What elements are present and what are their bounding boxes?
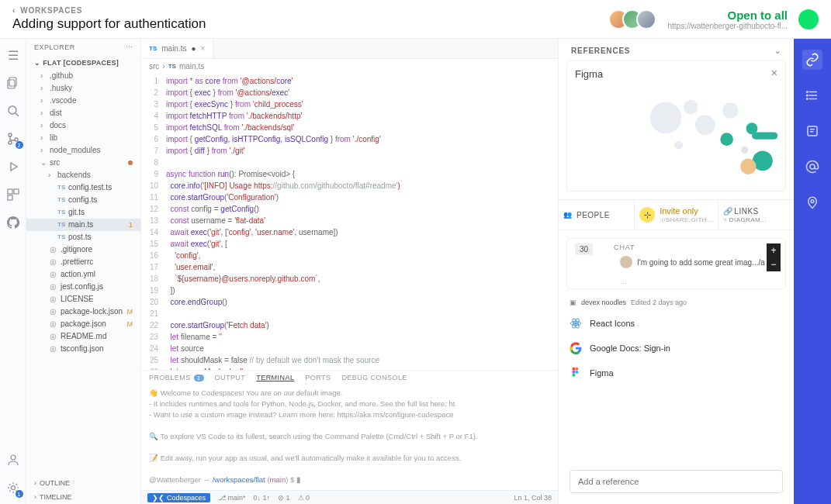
source-control-icon[interactable]: 2 <box>5 130 22 147</box>
file-item[interactable]: ◎.prettierrc <box>26 256 140 268</box>
presence-indicator[interactable] <box>798 9 819 29</box>
outline-section[interactable]: ›OUTLINE <box>26 476 140 490</box>
people-cell[interactable]: 👥 PEOPLE <box>559 200 635 230</box>
file-item[interactable]: TSmain.ts1 <box>26 219 140 231</box>
file-item[interactable]: ◎README.md <box>26 330 140 343</box>
sync-indicator[interactable]: 0↓ 1↑ <box>254 494 271 502</box>
file-item[interactable]: TSgit.ts <box>26 206 140 219</box>
branch-indicator[interactable]: ⎇ main* <box>218 494 246 502</box>
svg-point-23 <box>674 140 683 149</box>
add-reference-input[interactable] <box>570 470 783 493</box>
zoom-in-button[interactable]: + <box>767 243 781 257</box>
svg-point-30 <box>572 371 575 374</box>
status-bar: ❯❮ Codespaces ⎇ main* 0↓ 1↑ ⊘ 1 ⚠ 0 Ln 1… <box>141 490 558 504</box>
folder-item[interactable]: ›backends <box>26 169 140 181</box>
file-item[interactable]: ◎LICENSE <box>26 293 140 306</box>
svg-point-42 <box>810 164 815 169</box>
terminal-tabs: PROBLEMS1 OUTPUT TERMINAL PORTS DEBUG CO… <box>141 370 558 385</box>
file-item[interactable]: ◎package.jsonM <box>26 318 140 330</box>
figma-preview-card[interactable]: Figma × <box>566 60 786 192</box>
list-rail-icon[interactable] <box>802 85 822 105</box>
folder-item[interactable]: ›dist <box>26 107 140 119</box>
chat-more: … <box>620 278 627 285</box>
explorer-title: EXPLORER⋯ <box>26 39 140 56</box>
file-item[interactable]: ◎package-lock.jsonM <box>26 306 140 318</box>
tab-terminal[interactable]: TERMINAL <box>256 374 294 381</box>
search-icon[interactable] <box>5 102 22 119</box>
errors-indicator[interactable]: ⊘ 1 <box>278 494 290 502</box>
avatar[interactable] <box>636 9 656 29</box>
cursor-position[interactable]: Ln 1, Col 38 <box>514 494 552 502</box>
folder-item[interactable]: ›lib <box>26 132 140 144</box>
code-area[interactable]: 1import * as core from '@actions/core'2i… <box>141 74 558 370</box>
svg-point-5 <box>9 141 12 144</box>
close-icon[interactable]: × <box>201 44 206 53</box>
codespaces-indicator[interactable]: ❯❮ Codespaces <box>147 493 210 502</box>
folder-item[interactable]: ›.vscode <box>26 95 140 107</box>
menu-icon[interactable]: ☰ <box>5 47 22 64</box>
link-rail-icon[interactable] <box>802 50 822 70</box>
avatar-stack[interactable] <box>615 9 656 29</box>
folder-item[interactable]: ›docs <box>26 119 140 132</box>
location-rail-icon[interactable] <box>802 192 822 212</box>
svg-point-15 <box>695 115 715 135</box>
svg-point-4 <box>9 133 12 136</box>
explorer-icon[interactable] <box>5 74 22 91</box>
folder-item[interactable]: ›.husky <box>26 82 140 95</box>
more-icon[interactable]: ⋯ <box>126 43 133 51</box>
zoom-out-button[interactable]: − <box>767 257 781 271</box>
figma-label: Figma <box>575 68 777 80</box>
svg-rect-9 <box>14 189 19 194</box>
tab-ports[interactable]: PORTS <box>305 374 331 381</box>
file-item[interactable]: TSconfig.test.ts <box>26 181 140 194</box>
reference-list: React IconsGoogle Docs: Sign-inFigma <box>559 308 794 462</box>
tab-output[interactable]: OUTPUT <box>215 374 246 381</box>
tab-problems[interactable]: PROBLEMS1 <box>149 374 204 381</box>
warnings-indicator[interactable]: ⚠ 0 <box>298 494 310 502</box>
svg-point-2 <box>9 106 16 114</box>
terminal-body[interactable]: 👋 Welcome to Codespaces! You are on our … <box>141 385 558 490</box>
chat-card[interactable]: 30 CHAT I'm going to add some great imag… <box>566 238 786 289</box>
access-label[interactable]: Open to all <box>667 9 788 22</box>
chevron-left-icon: ‹ <box>12 6 16 15</box>
file-item[interactable]: ◎tsconfig.json <box>26 343 140 355</box>
github-icon[interactable] <box>5 214 22 231</box>
editor-breadcrumb[interactable]: src› TS main.ts <box>141 59 558 74</box>
references-header[interactable]: REFERENCES ⌄ <box>559 39 794 60</box>
folder-item[interactable]: ⌄src <box>26 157 140 169</box>
file-item[interactable]: TSconfig.ts <box>26 194 140 206</box>
figma-icon: ▣ <box>570 299 577 306</box>
links-cell[interactable]: 🔗LINKS ⑂ DIAGRAM... <box>718 200 794 230</box>
settings-icon[interactable]: 1 <box>5 479 22 496</box>
file-item[interactable]: ◎action.yml <box>26 268 140 281</box>
close-icon[interactable]: × <box>771 67 777 79</box>
mid-row: 👥 PEOPLE ⊹ Invite only ://SHARE.GITH... … <box>559 199 794 230</box>
tab-debug-console[interactable]: DEBUG CONSOLE <box>341 374 407 381</box>
invite-cell[interactable]: ⊹ Invite only ://SHARE.GITH... <box>635 200 718 230</box>
reference-item[interactable]: Figma <box>559 361 794 385</box>
debug-icon[interactable] <box>5 158 22 175</box>
google-icon <box>570 342 582 354</box>
breadcrumb[interactable]: ‹ WORKSPACES <box>12 6 615 15</box>
svg-rect-21 <box>752 132 777 139</box>
file-item[interactable]: ◎.gitignore <box>26 243 140 256</box>
react-icon <box>570 317 582 330</box>
reference-item[interactable]: Google Docs: Sign-in <box>559 336 794 361</box>
file-item[interactable]: TSpost.ts <box>26 231 140 243</box>
reference-item[interactable]: React Icons <box>559 311 794 336</box>
editor-tab[interactable]: TS main.ts ● × <box>141 39 213 58</box>
note-rail-icon[interactable] <box>802 121 822 141</box>
folder-item[interactable]: ›.github <box>26 70 140 82</box>
svg-rect-10 <box>8 195 12 200</box>
invite-icon: ⊹ <box>639 207 655 223</box>
file-item[interactable]: ◎jest.config.js <box>26 281 140 293</box>
chevron-down-icon[interactable]: ⌄ <box>774 47 781 55</box>
mention-rail-icon[interactable] <box>802 157 822 177</box>
root-folder[interactable]: ⌄FLAT [CODESPACES] <box>26 56 140 70</box>
folder-item[interactable]: ›node_modules <box>26 144 140 157</box>
svg-point-11 <box>11 455 16 460</box>
timeline-section[interactable]: ›TIMELINE <box>26 490 140 504</box>
extensions-icon[interactable] <box>5 186 22 203</box>
account-icon[interactable] <box>5 451 22 468</box>
side-rail <box>794 39 831 504</box>
